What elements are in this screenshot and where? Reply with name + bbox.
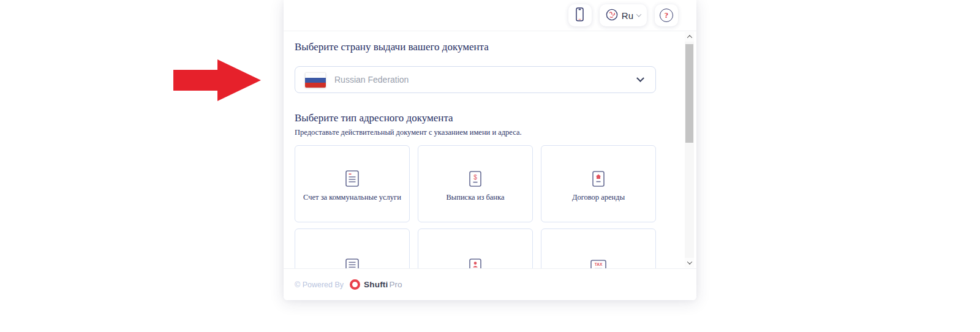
doc-card-bank-statement[interactable]: $ Выписка из банка (418, 145, 533, 222)
mobile-view-button[interactable] (568, 4, 592, 26)
smartphone-icon (576, 7, 584, 23)
utility-bill-icon (345, 170, 359, 189)
language-label: Ru (622, 10, 633, 21)
scroll-down-button[interactable] (685, 258, 694, 268)
help-button[interactable]: ? (655, 4, 678, 26)
tax-document-icon: TAX (590, 260, 606, 268)
svg-text:TAX: TAX (595, 262, 603, 266)
powered-by-text: © Powered By (295, 281, 344, 289)
brand-suffix: Pro (390, 280, 402, 289)
scroll-content: Выберите страну выдачи вашего документа … (284, 31, 696, 268)
svg-text:$: $ (473, 173, 477, 180)
document-section-title: Выберите тип адресного документа (295, 111, 656, 125)
scroll-up-button[interactable] (685, 32, 694, 42)
red-arrow-body (173, 70, 219, 91)
chevron-up-icon (687, 35, 692, 40)
document-type-grid: Счет за коммунальные услуги $ Выписка из… (295, 145, 656, 268)
chevron-down-icon (636, 74, 644, 82)
modal-footer: © Powered By Shufti Pro (284, 268, 696, 300)
red-arrow-head (217, 59, 261, 101)
chevron-down-icon (687, 259, 692, 264)
document-lines-icon (345, 258, 359, 269)
scrollbar[interactable] (685, 32, 694, 268)
country-section-title: Выберите страну выдачи вашего документа (295, 40, 656, 54)
question-mark-icon: ? (660, 9, 673, 22)
language-selector[interactable]: Ru (600, 4, 647, 26)
doc-card-employer-letter[interactable] (418, 228, 533, 268)
employer-letter-icon (469, 258, 481, 268)
scrollbar-thumb[interactable] (685, 44, 693, 143)
doc-card-rental-agreement[interactable]: Договор аренды (541, 145, 656, 222)
modal-header: Ru ? (284, 0, 696, 31)
bank-statement-icon: $ (469, 171, 481, 189)
shufti-pro-logo-icon (350, 279, 360, 290)
doc-card-label: Счет за коммунальные услуги (303, 193, 401, 202)
country-select-dropdown[interactable]: Russian Federation (295, 66, 656, 93)
doc-card-label: Выписка из банка (446, 193, 504, 202)
selected-country-label: Russian Federation (334, 75, 409, 85)
chevron-down-icon (636, 12, 641, 17)
doc-card-document-lines[interactable] (295, 228, 410, 268)
verification-modal: Ru ? Выберите страну выдачи вашего докум… (284, 0, 696, 300)
doc-card-label: Договор аренды (572, 193, 625, 202)
russia-flag-icon (305, 72, 326, 88)
doc-card-utility-bill[interactable]: Счет за коммунальные услуги (295, 145, 410, 222)
page: Ru ? Выберите страну выдачи вашего докум… (0, 0, 980, 332)
language-globe-icon (606, 9, 618, 23)
document-section-subtitle: Предоставьте действительный документ с у… (295, 128, 656, 137)
brand-name: Shufti (364, 280, 388, 289)
doc-card-tax-document[interactable]: TAX (541, 228, 656, 268)
rental-agreement-icon (592, 171, 605, 189)
